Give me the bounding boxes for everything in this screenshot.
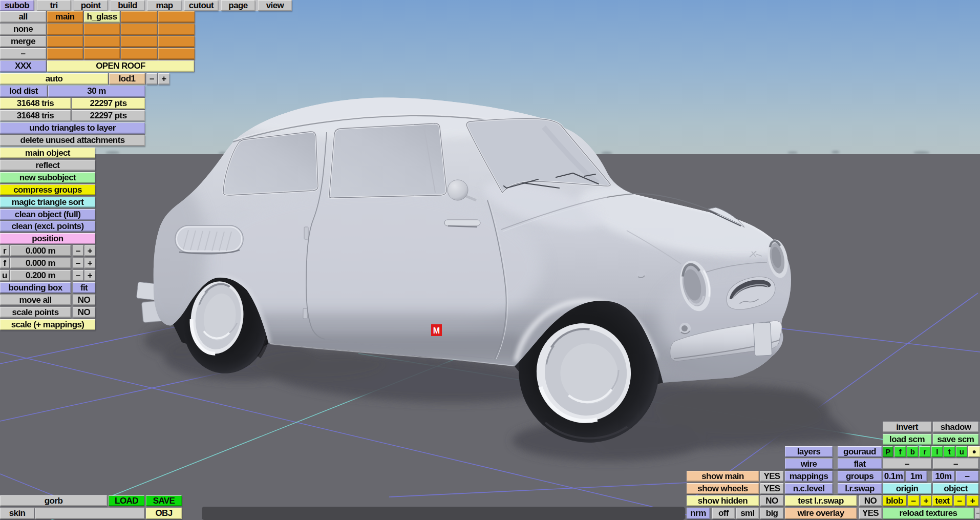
svg-text:M: M	[433, 326, 440, 335]
